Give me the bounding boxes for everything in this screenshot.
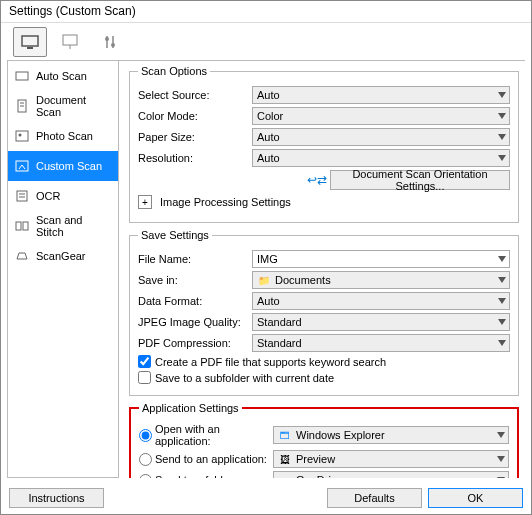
svg-rect-12 [17, 191, 27, 201]
svg-rect-11 [16, 161, 28, 171]
scangear-icon [14, 248, 30, 264]
save-in-label: Save in: [138, 274, 248, 286]
paper-size-label: Paper Size: [138, 131, 248, 143]
sidebar-item-label: Auto Scan [36, 70, 87, 82]
sidebar-item-ocr[interactable]: OCR [8, 181, 118, 211]
settings-window: Settings (Custom Scan) Auto Scan Documen… [0, 0, 532, 515]
photo-scan-icon [14, 128, 30, 144]
sidebar-item-custom-scan[interactable]: Custom Scan [8, 151, 118, 181]
sidebar-item-document-scan[interactable]: Document Scan [8, 91, 118, 121]
sidebar-item-label: OCR [36, 190, 60, 202]
tab-output-icon[interactable] [53, 27, 87, 57]
preview-icon [278, 453, 292, 465]
scan-stitch-icon [14, 218, 30, 234]
svg-point-3 [105, 37, 109, 41]
svg-rect-0 [22, 36, 38, 46]
ocr-icon [14, 188, 30, 204]
sidebar-item-label: Photo Scan [36, 130, 93, 142]
top-tab-bar [7, 23, 525, 61]
footer-bar: Instructions Defaults OK [1, 482, 531, 514]
sidebar-item-label: Custom Scan [36, 160, 102, 172]
jpeg-quality-label: JPEG Image Quality: [138, 316, 248, 328]
file-name-input[interactable]: IMG [252, 250, 510, 268]
svg-point-10 [19, 134, 22, 137]
application-settings-group: Application Settings Open with an applic… [129, 402, 519, 478]
select-source-dropdown[interactable]: Auto [252, 86, 510, 104]
sidebar-item-photo-scan[interactable]: Photo Scan [8, 121, 118, 151]
svg-rect-1 [27, 47, 33, 49]
paper-size-dropdown[interactable]: Auto [252, 128, 510, 146]
pdf-keyword-checkbox[interactable]: Create a PDF file that supports keyword … [138, 355, 510, 368]
tab-scanner-icon[interactable] [13, 27, 47, 57]
expand-image-processing[interactable]: + [138, 195, 152, 209]
svg-point-4 [111, 43, 115, 47]
pdf-compression-label: PDF Compression: [138, 337, 248, 349]
pdf-compression-dropdown[interactable]: Standard [252, 334, 510, 352]
svg-rect-2 [63, 35, 77, 45]
document-scan-icon [14, 98, 30, 114]
content-pane: Scan Options Select Source: Auto Color M… [119, 61, 525, 478]
subfolder-checkbox[interactable]: Save to a subfolder with current date [138, 371, 510, 384]
data-format-label: Data Format: [138, 295, 248, 307]
scan-options-legend: Scan Options [138, 65, 210, 77]
sidebar-item-label: ScanGear [36, 250, 86, 262]
image-processing-label: Image Processing Settings [160, 196, 291, 208]
send-app-dropdown[interactable]: Preview [273, 450, 509, 468]
save-settings-group: Save Settings File Name: IMG Save in: Do… [129, 229, 519, 396]
send-app-radio[interactable]: Send to an application: [139, 453, 269, 466]
window-title: Settings (Custom Scan) [1, 1, 531, 23]
scan-options-group: Scan Options Select Source: Auto Color M… [129, 65, 519, 223]
svg-rect-5 [16, 72, 28, 80]
orientation-arrow-icon: ↩⇄ [308, 173, 326, 187]
color-mode-dropdown[interactable]: Color [252, 107, 510, 125]
resolution-dropdown[interactable]: Auto [252, 149, 510, 167]
sidebar-item-label: Scan and Stitch [36, 214, 112, 238]
sidebar-item-scan-stitch[interactable]: Scan and Stitch [8, 211, 118, 241]
application-settings-legend: Application Settings [139, 402, 242, 414]
auto-scan-icon [14, 68, 30, 84]
resolution-label: Resolution: [138, 152, 248, 164]
save-in-dropdown[interactable]: Documents [252, 271, 510, 289]
orientation-settings-button[interactable]: Document Scan Orientation Settings... [330, 170, 510, 190]
sidebar-item-auto-scan[interactable]: Auto Scan [8, 61, 118, 91]
open-app-dropdown[interactable]: Windows Explorer [273, 426, 509, 444]
select-source-label: Select Source: [138, 89, 248, 101]
sidebar: Auto Scan Document Scan Photo Scan Custo… [7, 61, 119, 478]
ok-button[interactable]: OK [428, 488, 523, 508]
windows-explorer-icon [278, 429, 292, 441]
open-app-radio[interactable]: Open with an application: [139, 423, 269, 447]
color-mode-label: Color Mode: [138, 110, 248, 122]
svg-rect-16 [23, 222, 28, 230]
svg-rect-9 [16, 131, 28, 141]
send-folder-dropdown[interactable]: OneDrive [273, 471, 509, 478]
subfolder-checkbox-input[interactable] [138, 371, 151, 384]
send-folder-radio[interactable]: Send to a folder: [139, 474, 269, 479]
defaults-button[interactable]: Defaults [327, 488, 422, 508]
instructions-button[interactable]: Instructions [9, 488, 104, 508]
sidebar-item-scangear[interactable]: ScanGear [8, 241, 118, 271]
jpeg-quality-dropdown[interactable]: Standard [252, 313, 510, 331]
data-format-dropdown[interactable]: Auto [252, 292, 510, 310]
onedrive-icon [278, 474, 292, 478]
sidebar-item-label: Document Scan [36, 94, 112, 118]
file-name-label: File Name: [138, 253, 248, 265]
pdf-keyword-checkbox-input[interactable] [138, 355, 151, 368]
custom-scan-icon [14, 158, 30, 174]
folder-icon [257, 274, 271, 286]
tab-tools-icon[interactable] [93, 27, 127, 57]
save-settings-legend: Save Settings [138, 229, 212, 241]
svg-rect-15 [16, 222, 21, 230]
